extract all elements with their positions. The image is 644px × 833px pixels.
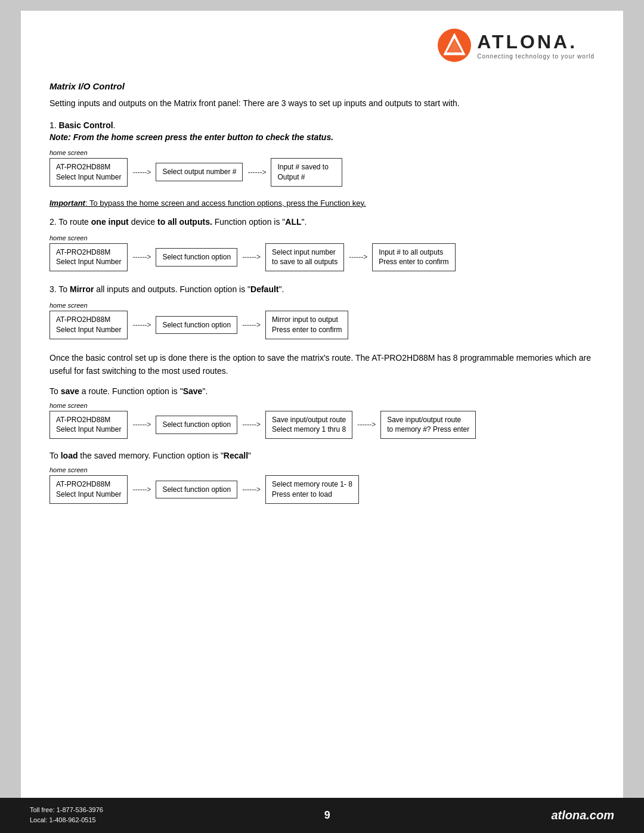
s3-arrow-1: ------> (132, 321, 151, 329)
section2-all: ALL (285, 217, 301, 227)
logo-container: ATLONA. Connecting technology to your wo… (436, 27, 595, 63)
s2-box-4: Input # to all outputs Press enter to co… (372, 243, 455, 272)
load-bold: load (61, 451, 78, 460)
section2-bold1: one input (91, 217, 129, 227)
s3-box-1: AT-PRO2HD88M Select Input Number (49, 311, 128, 339)
load-section: To load the saved memory. Function optio… (49, 451, 595, 504)
s3-box-1-line2: Select Input Number (56, 325, 121, 335)
footer-contact: Toll free: 1-877-536-3976 Local: 1-408-9… (30, 805, 103, 826)
s3-box-2: Select function option (156, 316, 237, 335)
load-box-3-line1: Select memory route 1- 8 (272, 479, 352, 490)
basic-control-home-label: home screen (49, 149, 595, 156)
load-arrow-1: ------> (132, 485, 151, 494)
s2-box-2-line1: Select function option (162, 252, 231, 262)
s2-box-4-line2: Press enter to confirm (379, 257, 448, 267)
load-option: Recall (224, 451, 248, 460)
s2-box-3-line2: to save to all outputs (272, 257, 338, 267)
load-box-2: Select function option (156, 481, 237, 499)
section2-home-label: home screen (49, 234, 595, 241)
s3-box-3-line2: Press enter to confirm (272, 325, 342, 335)
basic-box-2: Select output number # (156, 163, 243, 181)
s2-box-3: Select input number to save to all outpu… (265, 243, 344, 272)
save-box-2-line1: Select function option (162, 420, 231, 430)
page-outer: ATLONA. Connecting technology to your wo… (0, 0, 644, 833)
load-box-1: AT-PRO2HD88M Select Input Number (49, 475, 128, 504)
footer-page-number: 9 (324, 809, 330, 822)
section3-mirror: Mirror (70, 284, 94, 294)
save-section: To save a route. Function option is "Sav… (49, 386, 595, 439)
section3-block: 3. To Mirror all inputs and outputs. Fun… (49, 283, 595, 339)
s2-box-1-line1: AT-PRO2HD88M (56, 247, 121, 258)
footer-toll-free: Toll free: 1-877-536-3976 (30, 805, 103, 816)
save-arrow-3: ------> (357, 420, 376, 429)
load-box-2-line1: Select function option (162, 485, 231, 495)
s2-arrow-1: ------> (132, 253, 151, 261)
body-text: Once the basic control set up is done th… (49, 351, 595, 378)
load-flow: AT-PRO2HD88M Select Input Number ------>… (49, 475, 595, 504)
basic-control-note: Note: From the home screen press the ent… (49, 132, 595, 142)
save-box-4-line2: to memory #? Press enter (387, 425, 469, 435)
s3-arrow-2: ------> (242, 321, 261, 329)
save-box-2: Select function option (156, 416, 237, 434)
section2-flow: AT-PRO2HD88M Select Input Number ------>… (49, 243, 595, 272)
section2-block: 2. To route one input device to all outp… (49, 216, 595, 272)
save-flow: AT-PRO2HD88M Select Input Number ------>… (49, 411, 595, 439)
basic-box-3-line1: Input # saved to (277, 162, 336, 172)
save-box-1-line2: Select Input Number (56, 425, 121, 435)
load-box-1-line2: Select Input Number (56, 490, 121, 500)
s2-arrow-2: ------> (242, 253, 261, 261)
load-box-3-line2: Press enter to load (272, 490, 352, 500)
basic-box-1: AT-PRO2HD88M Select Input Number (49, 158, 128, 187)
section3-default: Default (250, 284, 278, 294)
logo-name: ATLONA. (477, 31, 595, 53)
load-intro: To load the saved memory. Function optio… (49, 451, 595, 460)
basic-box-3: Input # saved to Output # (271, 158, 342, 187)
basic-control-bold: Basic Control (59, 120, 113, 130)
save-home-label: home screen (49, 402, 595, 409)
load-home-label: home screen (49, 466, 595, 473)
logo-tagline: Connecting technology to your world (477, 53, 595, 60)
save-box-1-line1: AT-PRO2HD88M (56, 415, 121, 425)
load-box-3: Select memory route 1- 8 Press enter to … (265, 475, 359, 504)
section3-flow: AT-PRO2HD88M Select Input Number ------>… (49, 311, 595, 339)
s3-box-3-line1: Mirror input to output (272, 315, 342, 325)
main-content: Matrix I/O Control Setting inputs and ou… (49, 81, 595, 504)
s2-box-1-line2: Select Input Number (56, 257, 121, 267)
section3-home-label: home screen (49, 302, 595, 309)
footer-website: atlona.com (551, 809, 614, 822)
save-box-1: AT-PRO2HD88M Select Input Number (49, 411, 128, 439)
footer: Toll free: 1-877-536-3976 Local: 1-408-9… (0, 798, 644, 833)
save-arrow-2: ------> (242, 420, 261, 429)
s3-box-1-line1: AT-PRO2HD88M (56, 315, 121, 325)
section2-heading: 2. To route one input device to all outp… (49, 216, 595, 228)
load-arrow-2: ------> (242, 485, 261, 494)
logo-text: ATLONA. Connecting technology to your wo… (477, 31, 595, 60)
save-box-3-line1: Save input/output route (272, 415, 346, 425)
s2-box-1: AT-PRO2HD88M Select Input Number (49, 243, 128, 272)
save-bold: save (61, 386, 79, 396)
intro-text: Setting inputs and outputs on the Matrix… (49, 97, 595, 110)
s2-arrow-3: ------> (349, 253, 367, 261)
section3-heading: 3. To Mirror all inputs and outputs. Fun… (49, 283, 595, 296)
important-label: Important (49, 199, 85, 208)
s3-box-2-line1: Select function option (162, 320, 231, 330)
save-box-4-line1: Save input/output route (387, 415, 469, 425)
save-box-3: Save input/output route Select memory 1 … (265, 411, 352, 439)
basic-arrow-1: ------> (132, 168, 151, 176)
section2-bold2: to all outputs. (157, 217, 212, 227)
header: ATLONA. Connecting technology to your wo… (49, 27, 595, 63)
basic-control-flow: AT-PRO2HD88M Select Input Number ------>… (49, 158, 595, 187)
s2-box-2: Select function option (156, 248, 237, 267)
s2-box-3-line1: Select input number (272, 247, 338, 258)
save-option: Save (183, 386, 203, 396)
atlona-logo-icon (436, 27, 472, 63)
save-box-3-line2: Select memory 1 thru 8 (272, 425, 346, 435)
s3-box-3: Mirror input to output Press enter to co… (265, 311, 348, 339)
basic-box-3-line2: Output # (277, 172, 336, 182)
basic-box-2-line1: Select output number # (162, 167, 236, 177)
section-title: Matrix I/O Control (49, 81, 595, 91)
basic-control-section: 1. Basic Control. Note: From the home sc… (49, 120, 595, 187)
basic-control-heading: 1. Basic Control. (49, 120, 595, 130)
basic-arrow-2: ------> (247, 168, 266, 176)
save-arrow-1: ------> (132, 420, 151, 429)
